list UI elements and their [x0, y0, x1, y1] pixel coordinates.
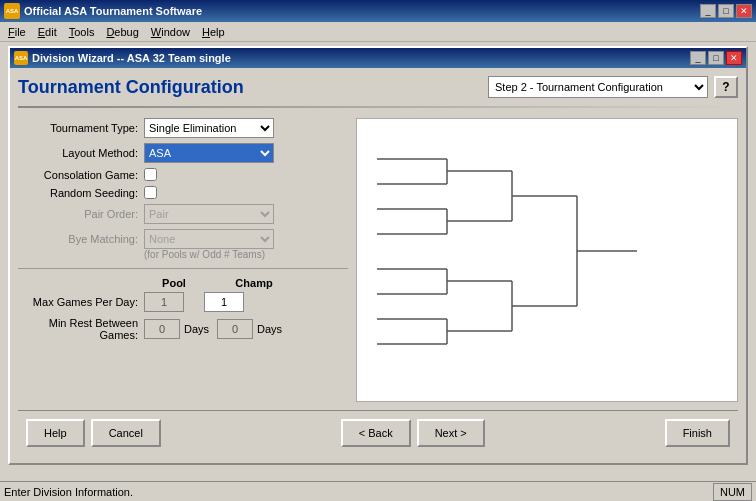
app-minimize-button[interactable]: _ — [700, 4, 716, 18]
menu-file[interactable]: File — [2, 24, 32, 40]
champ-header-label: Champ — [224, 277, 284, 289]
max-games-champ-input[interactable] — [204, 292, 244, 312]
min-rest-champ-days-label: Days — [257, 323, 282, 335]
menu-bar: File Edit Tools Debug Window Help — [0, 22, 756, 42]
dialog-close-button[interactable]: ✕ — [726, 51, 742, 65]
help-button[interactable]: Help — [26, 419, 85, 447]
status-text: Enter Division Information. — [4, 486, 713, 498]
pair-order-select[interactable]: Pair — [144, 204, 274, 224]
dialog-content: Tournament Configuration Step 2 - Tourna… — [10, 68, 746, 463]
dialog-maximize-button[interactable]: □ — [708, 51, 724, 65]
pair-order-label: Pair Order: — [18, 208, 138, 220]
bracket-svg — [367, 129, 727, 389]
app-close-button[interactable]: ✕ — [736, 4, 752, 18]
bottom-center-buttons: < Back Next > — [341, 419, 485, 447]
min-rest-row: Min Rest Between Games: Days Days — [18, 317, 348, 341]
back-button[interactable]: < Back — [341, 419, 411, 447]
bye-matching-label: Bye Matching: — [18, 233, 138, 245]
app-title: Official ASA Tournament Software — [24, 5, 696, 17]
tournament-type-select[interactable]: Single Elimination — [144, 118, 274, 138]
dialog-window-controls: _ □ ✕ — [690, 51, 742, 65]
app-maximize-button[interactable]: □ — [718, 4, 734, 18]
bracket-panel — [356, 118, 738, 402]
config-title: Tournament Configuration — [18, 77, 488, 98]
max-games-pool-input[interactable] — [144, 292, 184, 312]
pair-order-row: Pair Order: Pair — [18, 204, 348, 224]
left-panel: Tournament Type: Single Elimination Layo… — [18, 118, 348, 402]
header-separator — [18, 106, 738, 108]
menu-edit[interactable]: Edit — [32, 24, 63, 40]
step-dropdown-wrapper: Step 2 - Tournament Configuration ? — [488, 76, 738, 98]
consolation-checkbox[interactable] — [144, 168, 157, 181]
consolation-row: Consolation Game: — [18, 168, 348, 181]
pool-header-label: Pool — [144, 277, 204, 289]
status-bar: Enter Division Information. NUM — [0, 481, 756, 501]
finish-button[interactable]: Finish — [665, 419, 730, 447]
min-rest-pool-group: Days — [144, 319, 209, 339]
menu-tools[interactable]: Tools — [63, 24, 101, 40]
layout-method-label: Layout Method: — [18, 147, 138, 159]
form-divider — [18, 268, 348, 269]
layout-method-select[interactable]: ASA — [144, 143, 274, 163]
layout-method-row: Layout Method: ASA — [18, 143, 348, 163]
app-icon: ASA — [4, 3, 20, 19]
dialog-minimize-button[interactable]: _ — [690, 51, 706, 65]
random-seeding-checkbox[interactable] — [144, 186, 157, 199]
max-games-label: Max Games Per Day: — [18, 296, 138, 308]
menu-help[interactable]: Help — [196, 24, 231, 40]
help-icon-button[interactable]: ? — [714, 76, 738, 98]
bottom-bar: Help Cancel < Back Next > Finish — [18, 410, 738, 455]
bottom-left-buttons: Help Cancel — [26, 419, 161, 447]
min-rest-champ-input[interactable] — [217, 319, 253, 339]
consolation-label: Consolation Game: — [18, 169, 138, 181]
tournament-type-row: Tournament Type: Single Elimination — [18, 118, 348, 138]
dialog-icon: ASA — [14, 51, 28, 65]
bye-matching-select[interactable]: None — [144, 229, 274, 249]
min-rest-pool-days-label: Days — [184, 323, 209, 335]
dialog-title-bar: ASA Division Wizard -- ASA 32 Team singl… — [10, 48, 746, 68]
next-button[interactable]: Next > — [417, 419, 485, 447]
cancel-button[interactable]: Cancel — [91, 419, 161, 447]
config-header: Tournament Configuration Step 2 - Tourna… — [18, 76, 738, 98]
min-rest-label: Min Rest Between Games: — [18, 317, 138, 341]
tournament-type-label: Tournament Type: — [18, 122, 138, 134]
pool-champ-headers: Pool Champ — [144, 277, 348, 289]
min-rest-pool-input[interactable] — [144, 319, 180, 339]
random-seeding-row: Random Seeding: — [18, 186, 348, 199]
menu-window[interactable]: Window — [145, 24, 196, 40]
dialog-title: Division Wizard -- ASA 32 Team single — [32, 52, 686, 64]
main-area: Tournament Type: Single Elimination Layo… — [18, 118, 738, 402]
max-games-row: Max Games Per Day: — [18, 292, 348, 312]
bye-matching-note: (for Pools w/ Odd # Teams) — [144, 249, 265, 260]
random-seeding-label: Random Seeding: — [18, 187, 138, 199]
dialog-window: ASA Division Wizard -- ASA 32 Team singl… — [8, 46, 748, 465]
min-rest-champ-group: Days — [217, 319, 282, 339]
bottom-right-buttons: Finish — [665, 419, 730, 447]
app-window-controls: _ □ ✕ — [700, 4, 752, 18]
app-title-bar: ASA Official ASA Tournament Software _ □… — [0, 0, 756, 22]
bye-matching-row: Bye Matching: None (for Pools w/ Odd # T… — [18, 229, 348, 260]
step-select[interactable]: Step 2 - Tournament Configuration — [488, 76, 708, 98]
menu-debug[interactable]: Debug — [100, 24, 144, 40]
status-num: NUM — [713, 483, 752, 501]
bracket-container — [357, 119, 737, 401]
